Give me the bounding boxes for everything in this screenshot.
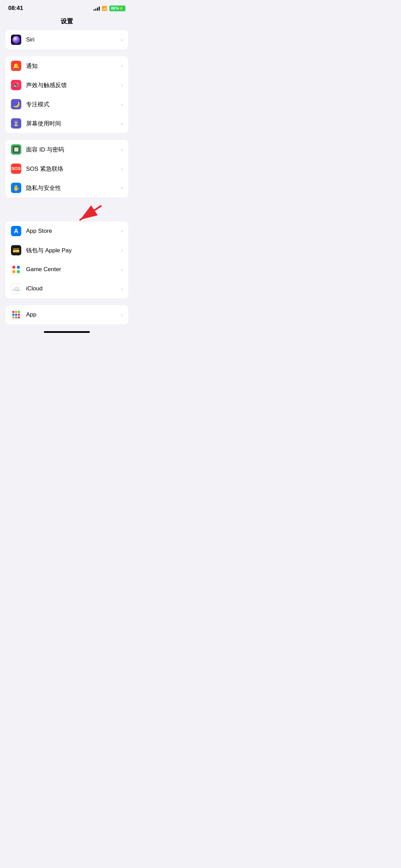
siri-icon (11, 35, 21, 45)
appstore-icon: A (11, 226, 21, 236)
settings-item-gamecenter[interactable]: Game Center › (5, 260, 128, 279)
app-label: App (26, 311, 121, 318)
settings-item-sos[interactable]: SOS SOS 紧急联络 › (5, 159, 128, 178)
status-icons: 📶 88%⚡ (94, 5, 125, 11)
settings-item-focus[interactable]: 🌙 专注模式 › (5, 95, 128, 114)
chevron-icon: › (121, 248, 123, 253)
wifi-icon: 📶 (102, 6, 107, 11)
wallet-icon: 💳 (11, 245, 21, 255)
gamecenter-label: Game Center (26, 266, 121, 273)
chevron-icon: › (121, 37, 123, 43)
chevron-icon: › (121, 267, 123, 272)
privacy-label: 隐私与安全性 (26, 184, 121, 192)
settings-group-1: 🔔 通知 › 🔊 声效与触感反馈 › 🌙 专注模式 › ⏳ 屏幕使用时间 › (5, 56, 128, 133)
chevron-icon: › (121, 63, 123, 69)
faceid-icon: 🔲 (11, 144, 21, 155)
settings-item-faceid[interactable]: 🔲 面容 ID 与密码 › (5, 140, 128, 159)
notification-label: 通知 (26, 62, 121, 70)
home-indicator (44, 331, 90, 333)
chevron-icon: › (121, 312, 123, 317)
settings-item-notification[interactable]: 🔔 通知 › (5, 56, 128, 75)
chevron-icon: › (121, 228, 123, 234)
battery-icon: 88%⚡ (109, 5, 125, 11)
focus-icon: 🌙 (11, 99, 21, 109)
settings-item-sound[interactable]: 🔊 声效与触感反馈 › (5, 75, 128, 95)
status-time: 08:41 (8, 5, 23, 12)
appstore-label: App Store (26, 228, 121, 234)
settings-group-2: 🔲 面容 ID 与密码 › SOS SOS 紧急联络 › ✋ 隐私与安全性 › (5, 140, 128, 197)
signal-icon (94, 6, 100, 11)
chevron-icon: › (121, 82, 123, 88)
annotation-area (5, 204, 128, 221)
chevron-icon: › (121, 147, 123, 152)
sos-icon: SOS (11, 164, 21, 174)
settings-item-wallet[interactable]: 💳 钱包与 Apple Pay › (5, 241, 128, 260)
chevron-icon: › (121, 286, 123, 291)
siri-label: Siri (26, 36, 121, 43)
settings-item-app[interactable]: App › (5, 305, 128, 324)
settings-item-icloud[interactable]: ☁️ iCloud › (5, 279, 128, 298)
chevron-icon: › (121, 185, 123, 191)
chevron-icon: › (121, 101, 123, 107)
wallet-label: 钱包与 Apple Pay (26, 246, 121, 254)
red-arrow (66, 204, 108, 221)
svg-line-1 (80, 206, 101, 220)
app-icon (11, 310, 21, 320)
chevron-icon: › (121, 121, 123, 126)
settings-item-appstore[interactable]: A App Store › (5, 221, 128, 241)
sos-label: SOS 紧急联络 (26, 165, 121, 173)
status-bar: 08:41 📶 88%⚡ (0, 0, 134, 14)
settings-group-3: A App Store › 💳 钱包与 Apple Pay › Game Cen… (5, 221, 128, 298)
icloud-icon: ☁️ (11, 284, 21, 294)
sound-icon: 🔊 (11, 80, 21, 90)
settings-item-privacy[interactable]: ✋ 隐私与安全性 › (5, 178, 128, 197)
chevron-icon: › (121, 166, 123, 171)
privacy-icon: ✋ (11, 183, 21, 193)
settings-item-siri[interactable]: Siri › (5, 30, 128, 49)
settings-group-4: App › (5, 305, 128, 324)
settings-item-screentime[interactable]: ⏳ 屏幕使用时间 › (5, 114, 128, 133)
notification-icon: 🔔 (11, 61, 21, 71)
screentime-label: 屏幕使用时间 (26, 120, 121, 128)
icloud-label: iCloud (26, 285, 121, 292)
sound-label: 声效与触感反馈 (26, 81, 121, 89)
settings-group-partial: Siri › (5, 30, 128, 49)
focus-label: 专注模式 (26, 100, 121, 108)
faceid-label: 面容 ID 与密码 (26, 146, 121, 154)
page-title: 设置 (0, 14, 134, 30)
gamecenter-icon (11, 264, 21, 275)
screentime-icon: ⏳ (11, 118, 21, 129)
